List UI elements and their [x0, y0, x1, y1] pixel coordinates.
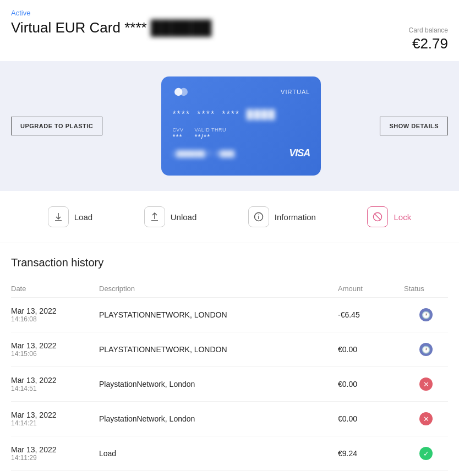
amount-cell: €0.00	[338, 414, 404, 423]
card-balance-section: Card balance €2.79	[409, 26, 448, 52]
card-group-3: ****	[222, 110, 240, 119]
status-icon: ✕	[419, 412, 433, 425]
date-cell: Mar 13, 2022 14:14:21	[11, 411, 99, 427]
information-icon	[248, 206, 269, 227]
virtual-card: VIRTUAL **** **** **** ████ CVV *** VALI…	[161, 76, 321, 176]
card-number-row: **** **** **** ████	[172, 110, 310, 119]
valid-thru-label: VALID THRU	[194, 127, 226, 133]
card-virtual-label: VIRTUAL	[281, 89, 310, 95]
card-brand-icon	[172, 86, 190, 97]
date-cell: Mar 13, 2022 14:11:29	[11, 445, 99, 462]
balance-amount: €2.79	[409, 35, 448, 52]
description-cell: Load	[99, 449, 338, 458]
cvv-detail: CVV ***	[172, 127, 183, 141]
load-icon	[48, 206, 69, 227]
col-amount: Amount	[338, 284, 404, 293]
table-row: Mar 13, 2022 14:14:51 PlaystationNetwork…	[11, 367, 448, 402]
header: Active Virtual EUR Card **** ██████ Card…	[0, 0, 459, 57]
table-row: Mar 13, 2022 14:14:21 PlaystationNetwork…	[11, 402, 448, 436]
amount-cell: €9.24	[338, 449, 404, 458]
status-icon: ✕	[419, 377, 433, 391]
transaction-section: Transaction history Date Description Amo…	[0, 243, 459, 476]
valid-thru-detail: VALID THRU **/**	[194, 127, 226, 141]
date-main: Mar 13, 2022	[11, 411, 99, 419]
description-cell: PLAYSTATIONNETWORK, LONDON	[99, 345, 338, 354]
status-cell: 🕐	[404, 343, 448, 356]
card-area: UPGRADE TO PLASTIC VIRTUAL **** **** ***…	[0, 61, 459, 191]
load-action[interactable]: Load	[48, 206, 92, 227]
card-top-row: VIRTUAL	[172, 86, 310, 97]
unload-action[interactable]: Unload	[144, 206, 197, 227]
date-main: Mar 13, 2022	[11, 307, 99, 315]
card-bottom-row: L██████ F. B███. VISA	[172, 147, 310, 159]
transaction-table: Mar 13, 2022 14:16:08 PLAYSTATIONNETWORK…	[11, 298, 448, 471]
table-row: Mar 13, 2022 14:11:29 Load €9.24 ✓	[11, 436, 448, 471]
actions-row: Load Unload Information	[0, 191, 459, 243]
date-main: Mar 13, 2022	[11, 341, 99, 350]
date-time: 14:16:08	[11, 315, 99, 323]
card-title: Virtual EUR Card **** ██████	[11, 19, 211, 36]
card-details-row: CVV *** VALID THRU **/**	[172, 127, 310, 141]
information-action[interactable]: Information	[248, 206, 316, 227]
col-date: Date	[11, 284, 99, 293]
status-cell: ✕	[404, 412, 448, 425]
date-time: 14:15:06	[11, 350, 99, 358]
amount-cell: €0.00	[338, 345, 404, 354]
status-icon: 🕐	[419, 343, 433, 356]
col-status: Status	[404, 284, 448, 293]
unload-icon	[144, 206, 165, 227]
table-row: Mar 13, 2022 14:16:08 PLAYSTATIONNETWORK…	[11, 298, 448, 332]
amount-cell: -€6.45	[338, 310, 404, 319]
date-main: Mar 13, 2022	[11, 445, 99, 454]
lock-action[interactable]: Lock	[367, 206, 411, 227]
date-time: 14:14:51	[11, 385, 99, 392]
load-label: Load	[74, 212, 92, 222]
visa-logo: VISA	[289, 147, 310, 159]
date-cell: Mar 13, 2022 14:14:51	[11, 376, 99, 392]
date-time: 14:11:29	[11, 454, 99, 462]
show-details-button[interactable]: SHOW DETAILS	[380, 117, 448, 135]
description-cell: PLAYSTATIONNETWORK, LONDON	[99, 310, 338, 319]
status-cell: ✕	[404, 377, 448, 391]
cvv-label: CVV	[172, 127, 183, 133]
status-cell: ✓	[404, 447, 448, 460]
table-row: Mar 13, 2022 14:15:06 PLAYSTATIONNETWORK…	[11, 332, 448, 367]
date-cell: Mar 13, 2022 14:16:08	[11, 307, 99, 323]
description-cell: PlaystationNetwork, London	[99, 380, 338, 389]
card-group-4: ████	[247, 110, 276, 119]
unload-label: Unload	[171, 212, 197, 222]
card-logo	[172, 86, 190, 97]
card-number-masked: ██████	[151, 19, 212, 36]
svg-point-8	[258, 215, 259, 216]
svg-line-10	[374, 214, 381, 220]
date-cell: Mar 13, 2022 14:15:06	[11, 341, 99, 358]
header-row: Virtual EUR Card **** ██████ Card balanc…	[11, 19, 448, 52]
card-group-1: ****	[172, 110, 190, 119]
information-label: Information	[275, 212, 316, 222]
status-cell: 🕐	[404, 308, 448, 321]
amount-cell: €0.00	[338, 380, 404, 389]
lock-icon	[367, 206, 388, 227]
card-holder-name: L██████ F. B███.	[172, 150, 237, 157]
lock-label: Lock	[394, 212, 411, 222]
col-description: Description	[99, 284, 338, 293]
table-header: Date Description Amount Status	[11, 280, 448, 298]
date-time: 14:14:21	[11, 419, 99, 427]
balance-label: Card balance	[409, 26, 448, 34]
card-group-2: ****	[197, 110, 215, 119]
status-icon: ✓	[419, 447, 433, 460]
svg-point-1	[180, 88, 188, 96]
valid-thru-value: **/**	[194, 133, 226, 141]
card-status: Active	[11, 9, 448, 17]
transaction-history-title: Transaction history	[11, 256, 448, 269]
upgrade-to-plastic-button[interactable]: UPGRADE TO PLASTIC	[11, 117, 102, 135]
cvv-value: ***	[172, 133, 183, 141]
description-cell: PlaystationNetwork, London	[99, 414, 338, 423]
status-icon: 🕐	[419, 308, 433, 321]
date-main: Mar 13, 2022	[11, 376, 99, 385]
